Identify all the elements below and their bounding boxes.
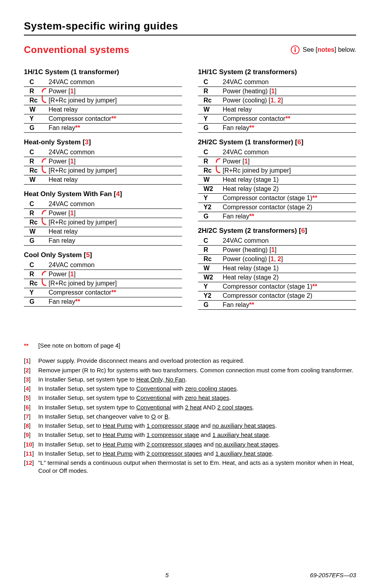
terminal-label: Y (198, 282, 216, 291)
jumper-indicator (42, 157, 49, 166)
note-key: [5] (24, 394, 38, 402)
terminal-desc: Heat relay (stage 2) (223, 273, 356, 282)
system-title: 1H/1C System (2 transformers) (198, 68, 356, 76)
wiring-row: RPower [1] (24, 157, 182, 166)
jumper-indicator (216, 157, 223, 166)
note-text: In Installer Setup, set system type to C… (38, 385, 356, 393)
terminal-label: W (24, 227, 42, 236)
left-column: 1H/1C System (1 transformer) C24VAC comm… (24, 63, 182, 310)
terminal-label: Y2 (198, 291, 216, 301)
jumper-indicator (216, 105, 223, 114)
wiring-row: W2Heat relay (stage 2) (198, 185, 356, 194)
terminal-label: Y (24, 114, 42, 124)
wiring-row: C24VAC common (24, 148, 182, 157)
terminal-desc: Heat relay (stage 1) (223, 264, 356, 273)
terminal-label: W (24, 105, 42, 114)
wiring-row: WHeat relay (stage 1) (198, 175, 356, 185)
jumper-indicator (216, 291, 223, 301)
wiring-row: WHeat relay (198, 105, 356, 114)
jumper-indicator (42, 87, 49, 96)
svg-point-1 (294, 47, 296, 49)
terminal-desc: 24VAC common (49, 200, 182, 209)
terminal-desc: Power [1] (223, 157, 356, 166)
terminal-label: R (24, 270, 42, 279)
page-footer: 5 69-2057EFS—03 (24, 572, 356, 578)
jumper-indicator (42, 227, 49, 236)
terminal-desc: 24VAC common (49, 148, 182, 157)
wiring-row: W2Heat relay (stage 2) (198, 273, 356, 282)
terminal-desc: Compressor contactor (stage 1)** (223, 194, 356, 203)
terminal-label: W (198, 105, 216, 114)
note-text: Power supply. Provide disconnect means a… (38, 357, 356, 365)
terminal-desc: [R+Rc joined by jumper] (49, 166, 182, 175)
page-number: 5 (24, 572, 310, 578)
system-title: 1H/1C System (1 transformer) (24, 68, 182, 76)
svg-rect-2 (294, 49, 296, 52)
terminal-label: C (198, 78, 216, 87)
terminal-label: C (24, 78, 42, 87)
wiring-row: YCompressor contactor (stage 1)** (198, 282, 356, 291)
terminal-label: Rc (24, 218, 42, 227)
note-key: [2] (24, 366, 38, 374)
note-key: [4] (24, 385, 38, 393)
note-row: [6]In Installer Setup, set system type t… (24, 403, 356, 411)
wiring-row: Rc[R+Rc joined by jumper] (24, 166, 182, 175)
terminal-desc: Power (cooling) [1, 2] (223, 255, 356, 264)
terminal-desc: Fan relay** (223, 124, 356, 133)
jumper-indicator (42, 218, 49, 227)
wiring-row: Y2Compressor contactor (stage 2) (198, 203, 356, 212)
terminal-label: C (24, 148, 42, 157)
wiring-row: C24VAC common (24, 78, 182, 87)
terminal-desc: Compressor contactor** (49, 114, 182, 124)
jumper-indicator (216, 236, 223, 246)
terminal-desc: Heat relay (49, 175, 182, 185)
terminal-label: R (198, 157, 216, 166)
jumper-indicator (42, 236, 49, 246)
jumper-indicator (42, 148, 49, 157)
wiring-row: C24VAC common (24, 200, 182, 209)
jumper-indicator (216, 87, 223, 96)
terminal-desc: Compressor contactor** (223, 114, 356, 124)
terminal-label: Y (198, 114, 216, 124)
jumper-indicator (216, 96, 223, 105)
wiring-row: GFan relay (24, 236, 182, 246)
note-text: In Installer Setup, set to Heat Pump wit… (38, 422, 356, 430)
terminal-desc: 24VAC common (223, 236, 356, 246)
jumper-indicator (42, 270, 49, 279)
terminal-desc: Power (heating) [1] (223, 87, 356, 96)
note-row: [9]In Installer Setup, set to Heat Pump … (24, 431, 356, 439)
terminal-label: C (24, 200, 42, 209)
wiring-table: C24VAC commonRPower [1]Rc[R+Rc joined by… (198, 148, 356, 221)
note-key: ** (24, 342, 38, 350)
system-title: 2H/2C System (2 transformers) [6] (198, 227, 356, 235)
terminal-desc: Heat relay (49, 227, 182, 236)
info-note-box: See [notes] below. (291, 45, 356, 54)
terminal-label: C (198, 236, 216, 246)
jumper-indicator (42, 114, 49, 124)
terminal-label: C (198, 148, 216, 157)
wiring-row: RcPower (cooling) [1, 2] (198, 96, 356, 105)
terminal-label: G (198, 212, 216, 221)
terminal-label: G (198, 301, 216, 310)
wiring-table: C24VAC commonRPower [1]Rc[R+Rc joined by… (24, 261, 182, 307)
terminal-desc: Compressor contactor (stage 2) (223, 291, 356, 301)
terminal-label: W2 (198, 185, 216, 194)
note-row: [7]In Installer Setup, set changeover va… (24, 413, 356, 421)
terminal-desc: Power [1] (49, 87, 182, 96)
note-row: [1]Power supply. Provide disconnect mean… (24, 357, 356, 365)
jumper-indicator (216, 246, 223, 255)
system-block-7: 2H/2C System (2 transformers) [6] C24VAC… (198, 227, 356, 310)
jumper-indicator (216, 166, 223, 175)
note-text: In Installer Setup, set system type to C… (38, 403, 356, 411)
notes-block: **[See note on bottom of page 4][1]Power… (24, 342, 356, 475)
wiring-row: RcPower (cooling) [1, 2] (198, 255, 356, 264)
wiring-row: RPower (heating) [1] (198, 246, 356, 255)
jumper-indicator (216, 282, 223, 291)
system-block-2: Heat-only System [3] C24VAC commonRPower… (24, 138, 182, 185)
jumper-indicator (42, 78, 49, 87)
terminal-label: Rc (198, 96, 216, 105)
system-block-3: Heat Only System With Fan [4] C24VAC com… (24, 190, 182, 246)
note-text: In Installer Setup, set to Heat Pump wit… (38, 450, 356, 458)
note-text: In Installer Setup, set to Heat Pump wit… (38, 441, 356, 448)
wiring-row: WHeat relay (24, 227, 182, 236)
